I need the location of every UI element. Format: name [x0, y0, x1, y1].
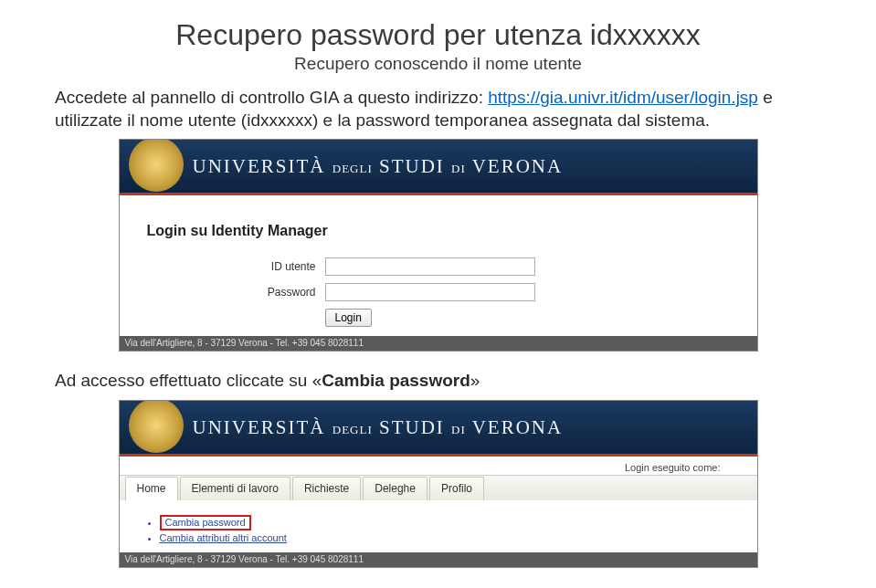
- login-button[interactable]: Login: [325, 309, 372, 327]
- tab-richieste[interactable]: Richieste: [292, 477, 361, 500]
- tab-elementi[interactable]: Elementi di lavoro: [180, 477, 290, 500]
- login-heading: Login su Identity Manager: [147, 223, 730, 239]
- intro-paragraph-1: Accedete al pannello di controllo GIA a …: [55, 87, 821, 131]
- footer-bar: Via dell'Artigliere, 8 - 37129 Verona - …: [120, 552, 757, 567]
- banner-wrap: UNIVERSITÀ DEGLI STUDI DI VERONA Login e…: [120, 401, 757, 475]
- para1-text-a: Accedete al pannello di controllo GIA a …: [55, 88, 488, 107]
- id-label: ID utente: [257, 260, 325, 273]
- list-item-cambia-attributi[interactable]: Cambia attributi altri account: [160, 532, 734, 543]
- univ-word: DI: [451, 162, 466, 175]
- tab-deleghe[interactable]: Deleghe: [363, 477, 427, 500]
- password-label: Password: [257, 286, 325, 299]
- footer-bar: Via dell'Artigliere, 8 - 37129 Verona - …: [120, 336, 757, 351]
- univ-word: STUDI: [379, 416, 445, 438]
- tab-content: Cambia password Cambia attributi altri a…: [120, 500, 757, 552]
- page-subtitle: Recupero conoscendo il nome utente: [55, 54, 821, 74]
- univ-word: STUDI: [379, 155, 445, 177]
- page-title: Recupero password per utenza idxxxxxx: [55, 18, 821, 52]
- univ-word: UNIVERSITÀ: [193, 416, 326, 438]
- intro-paragraph-2: Ad accesso effettuato cliccate su «Cambi…: [55, 370, 821, 393]
- loggedin-screenshot: UNIVERSITÀ DEGLI STUDI DI VERONA Login e…: [119, 400, 758, 568]
- id-row: ID utente: [257, 257, 730, 276]
- password-input[interactable]: [325, 283, 535, 301]
- university-banner: UNIVERSITÀ DEGLI STUDI DI VERONA: [120, 140, 757, 193]
- para2-text-b: »: [470, 371, 480, 390]
- para2-bold: Cambia password: [322, 371, 470, 390]
- tabs-bar: Home Elementi di lavoro Richieste Delegh…: [120, 475, 757, 500]
- university-seal-icon: [129, 401, 184, 453]
- login-button-row: Login: [325, 309, 730, 327]
- university-banner: UNIVERSITÀ DEGLI STUDI DI VERONA: [120, 401, 757, 454]
- university-name: UNIVERSITÀ DEGLI STUDI DI VERONA: [193, 416, 564, 439]
- univ-word: VERONA: [472, 155, 564, 177]
- university-name: UNIVERSITÀ DEGLI STUDI DI VERONA: [193, 155, 564, 178]
- links-list: Cambia password Cambia attributi altri a…: [143, 515, 734, 543]
- login-screenshot: UNIVERSITÀ DEGLI STUDI DI VERONA Login s…: [119, 139, 758, 352]
- univ-word: DEGLI: [332, 423, 373, 436]
- univ-word: DI: [451, 423, 466, 436]
- univ-word: UNIVERSITÀ: [193, 155, 326, 177]
- login-as-label: Login eseguito come:: [625, 462, 721, 473]
- univ-word: VERONA: [472, 416, 564, 438]
- password-row: Password: [257, 283, 730, 301]
- gia-link[interactable]: https://gia.univr.it/idm/user/login.jsp: [488, 88, 758, 107]
- login-form-area: Login su Identity Manager ID utente Pass…: [120, 195, 757, 336]
- univ-word: DEGLI: [332, 162, 373, 175]
- university-seal-icon: [129, 140, 184, 192]
- tab-profilo[interactable]: Profilo: [429, 477, 484, 500]
- tab-home[interactable]: Home: [125, 477, 178, 501]
- highlight-box: Cambia password: [160, 515, 251, 530]
- id-input[interactable]: [325, 257, 535, 276]
- list-item-cambia-password[interactable]: Cambia password: [160, 515, 734, 530]
- para2-text-a: Ad accesso effettuato cliccate su «: [55, 371, 322, 390]
